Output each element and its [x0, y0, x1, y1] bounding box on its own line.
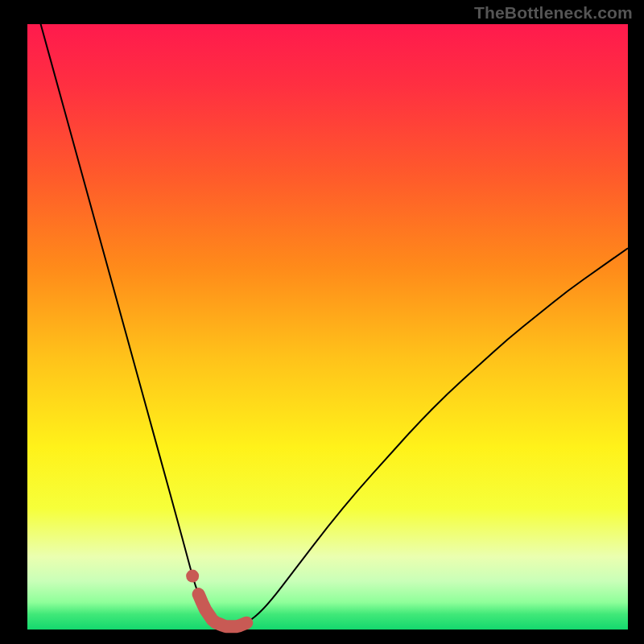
watermark-label: TheBottleneck.com: [474, 3, 633, 23]
bottleneck-curve-chart: [0, 0, 644, 644]
chart-container: TheBottleneck.com: [0, 0, 644, 644]
gradient-background: [27, 24, 628, 630]
highlight-dot: [186, 570, 199, 583]
